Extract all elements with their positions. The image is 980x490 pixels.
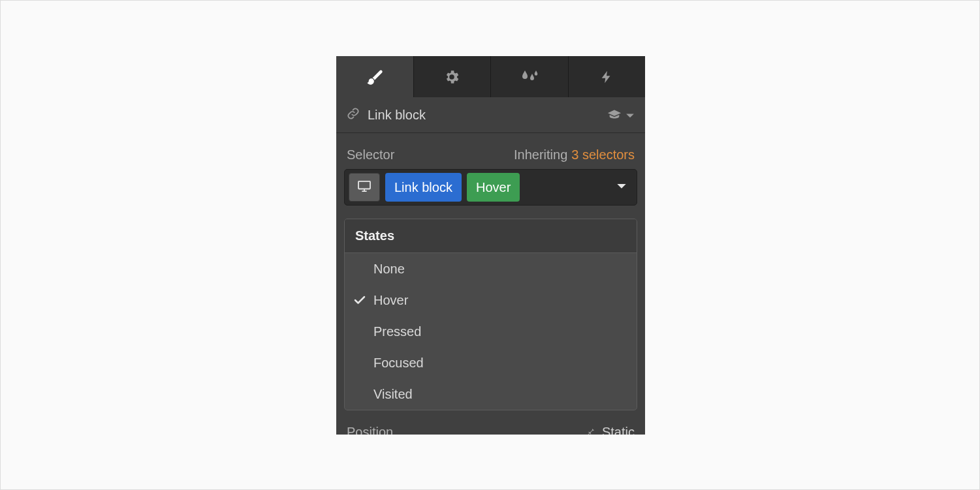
state-option-label: Hover [373, 293, 408, 308]
tab-settings[interactable] [414, 56, 492, 97]
selector-chip-state[interactable]: Hover [467, 173, 520, 202]
svg-rect-0 [358, 181, 370, 189]
style-panel: Link block Selector Inheriting 3 selecto… [336, 56, 645, 435]
state-option-focused[interactable]: Focused [345, 347, 637, 378]
selector-chip-state-label: Hover [476, 180, 511, 195]
state-option-label: Focused [373, 356, 424, 371]
position-row: Position Static [336, 419, 645, 435]
state-option-hover[interactable]: Hover [345, 284, 637, 316]
panel-tabs [336, 56, 645, 97]
states-dropdown: States NoneHoverPressedFocusedVisited [344, 219, 637, 410]
state-option-label: None [373, 262, 405, 277]
element-name: Link block [368, 108, 426, 123]
selector-field[interactable]: Link block Hover [344, 169, 637, 206]
state-option-visited[interactable]: Visited [345, 378, 637, 410]
selector-chip-class-label: Link block [394, 180, 452, 195]
tab-style[interactable] [336, 56, 414, 97]
state-option-label: Visited [373, 387, 413, 402]
link-icon [347, 107, 360, 123]
brush-icon [366, 68, 384, 86]
selector-row: Selector Inheriting 3 selectors [336, 133, 645, 169]
tab-interactions[interactable] [569, 56, 646, 97]
droplets-icon [520, 69, 539, 85]
breakpoint-button[interactable] [349, 173, 380, 202]
inheriting-label: Inheriting [514, 147, 567, 162]
education-icon[interactable] [607, 108, 622, 123]
gear-icon [443, 69, 460, 85]
tab-effects[interactable] [491, 56, 569, 97]
caret-down-icon [616, 181, 627, 193]
selector-label: Selector [347, 147, 394, 162]
inheriting-count[interactable]: 3 selectors [571, 147, 635, 162]
pin-icon [585, 425, 595, 435]
state-option-none[interactable]: None [345, 253, 637, 284]
states-header: States [345, 219, 637, 253]
selector-chip-class[interactable]: Link block [385, 173, 462, 202]
chevron-down-icon[interactable] [625, 108, 635, 123]
position-value[interactable]: Static [602, 425, 635, 435]
state-option-label: Pressed [373, 324, 421, 339]
lightning-icon [599, 69, 614, 85]
desktop-icon [357, 180, 371, 194]
state-option-pressed[interactable]: Pressed [345, 316, 637, 347]
check-icon [354, 296, 373, 305]
element-header: Link block [336, 97, 645, 133]
position-label: Position [347, 425, 393, 435]
state-dropdown-button[interactable] [610, 176, 633, 198]
